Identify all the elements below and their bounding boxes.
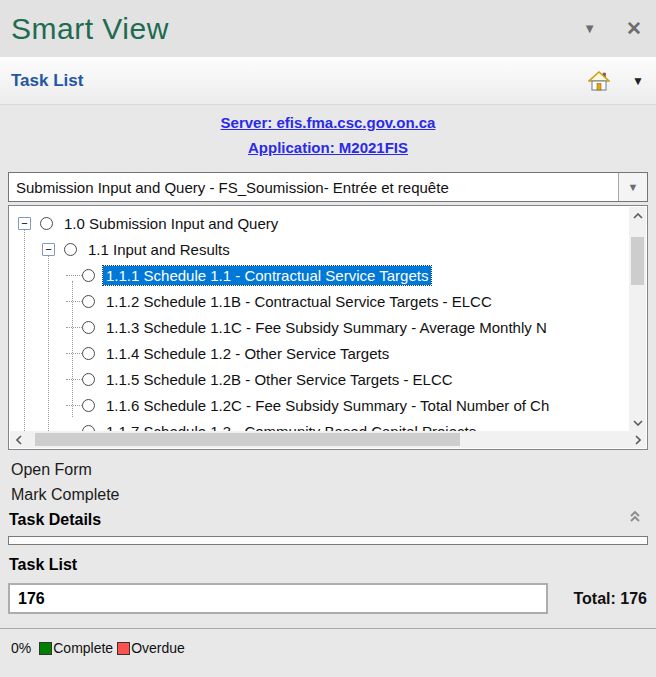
dropdown-arrow-icon[interactable]: ▼ <box>618 173 647 201</box>
tree-item[interactable]: −1.1 Input and Results <box>10 236 629 262</box>
tree-item-label: 1.1 Input and Results <box>85 240 233 259</box>
tree-item[interactable]: 1.1.2 Schedule 1.1B - Contractual Servic… <box>10 288 629 314</box>
tree-collapse-icon[interactable]: − <box>18 217 31 230</box>
task-list-dropdown-value: Submission Input and Query - FS_Soumissi… <box>9 179 618 196</box>
tree-item[interactable]: 1.1.6 Schedule 1.2C - Fee Subsidy Summar… <box>10 392 629 418</box>
overdue-swatch-icon <box>117 642 130 655</box>
tree-item-label: 1.1.1 Schedule 1.1 - Contractual Service… <box>103 266 431 285</box>
tree-item-label: 1.1.7 Schedule 1.3 - Community Based Cap… <box>103 422 479 432</box>
task-status-icon <box>82 399 95 412</box>
tree-connector <box>66 431 82 432</box>
home-icon[interactable] <box>588 71 610 91</box>
tree-item[interactable]: 1.1.5 Schedule 1.2B - Other Service Targ… <box>10 366 629 392</box>
overdue-label: Overdue <box>131 640 185 656</box>
smartview-header: Smart View ▼ ✕ <box>0 0 656 57</box>
task-tree: −1.0 Submission Input and Query−1.1 Inpu… <box>8 205 648 450</box>
horizontal-scrollbar[interactable] <box>10 431 646 448</box>
tree-connector <box>66 379 82 380</box>
task-count-input[interactable] <box>8 583 548 614</box>
connection-links: Server: efis.fma.csc.gov.on.ca Applicati… <box>0 110 656 160</box>
panel-title: Task List <box>0 71 83 91</box>
scroll-down-icon[interactable] <box>629 414 646 431</box>
tree-item-label: 1.1.2 Schedule 1.1B - Contractual Servic… <box>103 292 495 311</box>
task-status-icon <box>64 243 77 256</box>
tree-item-label: 1.1.4 Schedule 1.2 - Other Service Targe… <box>103 344 392 363</box>
task-status-icon <box>82 347 95 360</box>
percent-complete-label: 0% <box>11 640 31 656</box>
tree-connector <box>66 405 82 406</box>
server-link[interactable]: Server: efis.fma.csc.gov.on.ca <box>0 110 656 135</box>
tree-item[interactable]: 1.1.7 Schedule 1.3 - Community Based Cap… <box>10 418 629 431</box>
tree-rows: −1.0 Submission Input and Query−1.1 Inpu… <box>10 207 629 431</box>
task-details-heading: Task Details <box>9 511 101 529</box>
status-legend: 0% Complete Overdue <box>11 640 185 656</box>
app-title: Smart View <box>0 12 169 46</box>
tree-item[interactable]: 1.1.1 Schedule 1.1 - Contractual Service… <box>10 262 629 288</box>
tree-item-label: 1.1.3 Schedule 1.1C - Fee Subsidy Summar… <box>103 318 550 337</box>
task-status-icon <box>82 321 95 334</box>
tree-item-label: 1.1.6 Schedule 1.2C - Fee Subsidy Summar… <box>103 396 552 415</box>
vertical-scrollbar[interactable] <box>629 207 646 431</box>
task-status-icon <box>82 295 95 308</box>
panel-title-bar: Task List ▼ <box>0 57 656 105</box>
task-list-heading: Task List <box>9 556 77 574</box>
tree-item[interactable]: 1.1.4 Schedule 1.2 - Other Service Targe… <box>10 340 629 366</box>
task-list-dropdown[interactable]: Submission Input and Query - FS_Soumissi… <box>8 172 648 202</box>
close-icon[interactable]: ✕ <box>626 19 642 38</box>
mark-complete-action[interactable]: Mark Complete <box>11 486 119 504</box>
tree-connector <box>66 275 82 276</box>
collapse-section-icon[interactable] <box>628 509 642 527</box>
tree-connector <box>66 353 82 354</box>
task-status-icon <box>82 425 95 432</box>
horizontal-scroll-thumb[interactable] <box>35 433 460 446</box>
scroll-left-icon[interactable] <box>10 431 27 448</box>
pane-menu-arrow-icon[interactable]: ▼ <box>583 21 596 36</box>
task-status-icon <box>40 217 53 230</box>
open-form-action[interactable]: Open Form <box>11 461 92 479</box>
total-count-label: Total: 176 <box>574 590 648 608</box>
divider <box>0 628 656 629</box>
progress-bar-empty <box>8 536 648 545</box>
tree-connector <box>66 327 82 328</box>
tree-connector <box>66 301 82 302</box>
tree-collapse-icon[interactable]: − <box>42 243 55 256</box>
scroll-up-icon[interactable] <box>629 207 646 224</box>
tree-item[interactable]: −1.0 Submission Input and Query <box>10 210 629 236</box>
task-status-icon <box>82 269 95 282</box>
application-link[interactable]: Application: M2021FIS <box>0 135 656 160</box>
tree-item[interactable]: 1.1.3 Schedule 1.1C - Fee Subsidy Summar… <box>10 314 629 340</box>
vertical-scroll-thumb[interactable] <box>631 237 644 285</box>
tree-item-label: 1.1.5 Schedule 1.2B - Other Service Targ… <box>103 370 456 389</box>
complete-swatch-icon <box>39 642 52 655</box>
scroll-right-icon[interactable] <box>629 431 646 448</box>
task-status-icon <box>82 373 95 386</box>
tree-item-label: 1.0 Submission Input and Query <box>61 214 281 233</box>
panel-menu-arrow-icon[interactable]: ▼ <box>632 74 644 88</box>
complete-label: Complete <box>53 640 113 656</box>
